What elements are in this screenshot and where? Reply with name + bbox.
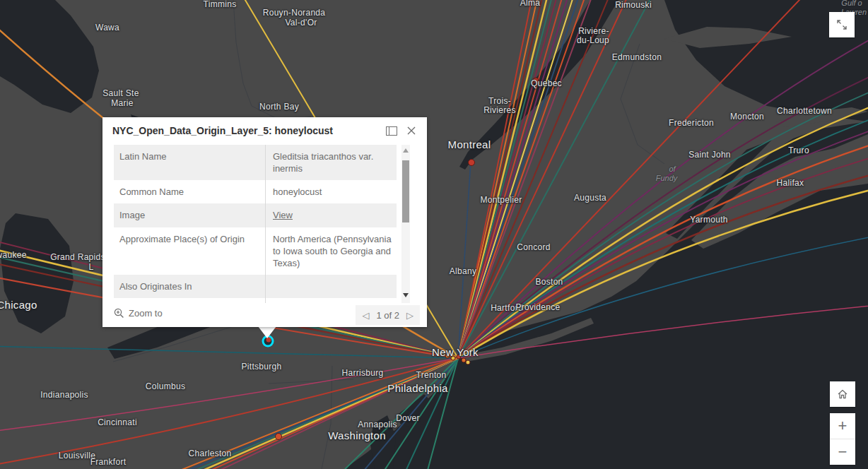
- attribute-row: Latin NameGleditsia triacanthos var. ine…: [114, 145, 397, 180]
- field-value: honeylocust: [265, 180, 397, 203]
- zoom-out-button[interactable]: −: [830, 439, 855, 465]
- popup-footer: Zoom to ◁ 1 of 2 ▷: [102, 303, 427, 327]
- zoom-to-button[interactable]: Zoom to: [114, 308, 163, 319]
- popup-header: NYC_Open_Data_Origin_Layer_5: honeylocus…: [102, 117, 427, 144]
- close-icon[interactable]: [404, 124, 418, 137]
- scrollbar-thumb[interactable]: [402, 160, 409, 222]
- home-icon[interactable]: [830, 381, 855, 407]
- popup-scrollbar[interactable]: [401, 145, 410, 303]
- pager-count: 1 of 2: [376, 310, 399, 321]
- zoom-controls: + −: [830, 413, 855, 465]
- magnifier-plus-icon: [114, 308, 124, 319]
- point-marker[interactable]: [462, 358, 466, 362]
- attribute-row: Common Namehoneylocust: [114, 180, 397, 203]
- field-value: [265, 275, 397, 298]
- expand-arrows-icon[interactable]: [829, 12, 855, 37]
- scroll-down-icon[interactable]: [403, 293, 409, 297]
- attribute-row: Approximate Place(s) of OriginNorth Amer…: [114, 227, 397, 275]
- field-value: 41.10: [265, 298, 397, 303]
- field-value: North America (Pennsylvania to Iowa sout…: [265, 227, 397, 275]
- map-application: WawaTimminsRouyn-NorandaVal-d'OrSault St…: [0, 0, 868, 469]
- feature-pager: ◁ 1 of 2 ▷: [356, 305, 420, 325]
- point-marker[interactable]: [469, 160, 475, 166]
- attribute-row: Also Originates In: [114, 275, 397, 298]
- previous-feature-icon[interactable]: ◁: [362, 310, 369, 321]
- feature-popup: NYC_Open_Data_Origin_Layer_5: honeylocus…: [102, 117, 427, 327]
- point-marker[interactable]: [276, 434, 282, 440]
- field-label: Common Name: [114, 180, 265, 203]
- point-marker[interactable]: [445, 354, 450, 358]
- attribute-row: Latitude41.10: [114, 298, 397, 303]
- zoom-in-button[interactable]: +: [830, 413, 855, 439]
- field-value: Gleditsia triacanthos var. inermis: [265, 145, 397, 180]
- field-label: Also Originates In: [114, 275, 265, 298]
- field-label: Image: [114, 203, 265, 227]
- point-marker[interactable]: [466, 360, 470, 364]
- field-label: Approximate Place(s) of Origin: [114, 227, 265, 275]
- dock-icon[interactable]: [385, 124, 399, 137]
- attribute-table: Latin NameGleditsia triacanthos var. ine…: [114, 145, 397, 303]
- point-marker[interactable]: [533, 78, 539, 83]
- field-label: Latin Name: [114, 145, 265, 180]
- popup-callout-pointer: [258, 326, 276, 338]
- view-image-link[interactable]: View: [273, 210, 293, 220]
- scroll-up-icon[interactable]: [403, 148, 409, 153]
- field-label: Latitude: [114, 298, 265, 303]
- next-feature-icon[interactable]: ▷: [406, 310, 414, 321]
- point-marker[interactable]: [457, 355, 461, 359]
- field-value: View: [265, 203, 397, 227]
- point-marker[interactable]: [451, 356, 455, 360]
- popup-title: NYC_Open_Data_Origin_Layer_5: honeylocus…: [112, 125, 333, 136]
- attribute-row: ImageView: [114, 203, 397, 227]
- zoom-to-label: Zoom to: [129, 308, 163, 319]
